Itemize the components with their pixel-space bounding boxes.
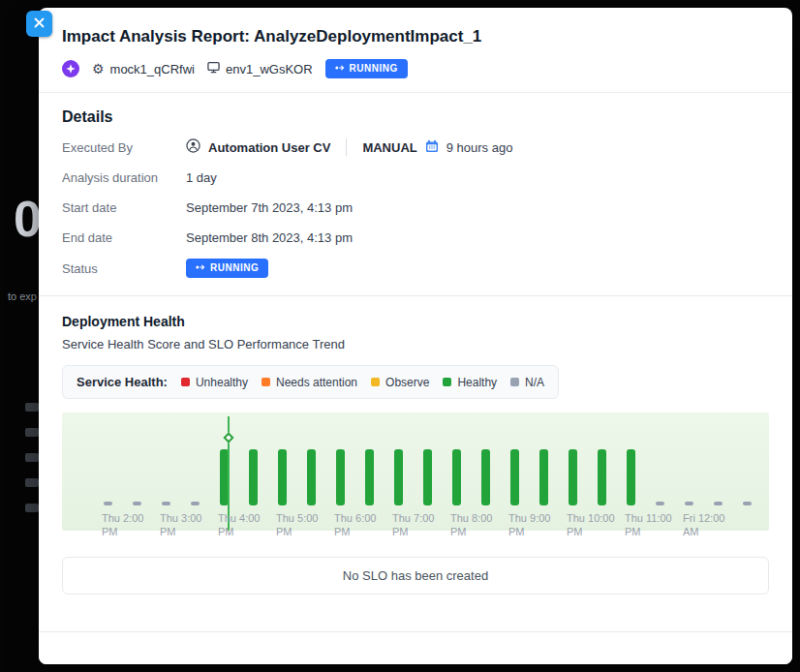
background-icon [25, 453, 39, 462]
legend-item-label: N/A [525, 376, 544, 389]
mock-service-chip[interactable]: ⚙ mock1_qCRfwi [92, 62, 195, 76]
modal-title: Impact Analysis Report: AnalyzeDeploymen… [62, 27, 769, 46]
legend-title: Service Health: [77, 375, 168, 389]
health-bar-healthy [539, 449, 548, 505]
detail-value: 1 day [186, 170, 217, 185]
health-bar-healthy [394, 449, 403, 505]
health-bar-healthy [307, 449, 316, 505]
detail-label: Status [62, 261, 186, 276]
health-bar-healthy [569, 449, 577, 505]
app-avatar-icon [62, 60, 79, 77]
calendar-icon [425, 139, 439, 156]
background-icon [25, 428, 39, 437]
details-heading: Details [62, 108, 769, 126]
health-bar-na [162, 502, 170, 505]
legend-items: UnhealthyNeeds attentionObserveHealthyN/… [181, 376, 544, 389]
health-bar-healthy [336, 449, 345, 505]
executed-time: 9 hours ago [446, 140, 513, 155]
modal-header: Impact Analysis Report: AnalyzeDeploymen… [39, 8, 792, 92]
close-icon [34, 16, 45, 31]
detail-label: Executed By [62, 140, 186, 155]
health-bar-healthy [365, 449, 374, 505]
running-icon [335, 63, 345, 75]
health-bar-healthy [598, 449, 606, 505]
status-badge: RUNNING [325, 59, 408, 78]
gear-icon: ⚙ [92, 62, 105, 76]
details-section: Details Executed By Automation User CV M… [39, 93, 792, 295]
detail-value: RUNNING [186, 259, 268, 278]
detail-value: Automation User CV MANUAL 9 hours ago [186, 138, 512, 156]
detail-label: Analysis duration [62, 170, 186, 185]
user-icon [186, 138, 200, 156]
mock-service-label: mock1_qCRfwi [110, 62, 195, 76]
legend-item: N/A [510, 376, 544, 389]
legend-item: Observe [371, 376, 429, 389]
legend-swatch-icon [181, 378, 190, 386]
health-bar-na [133, 502, 141, 505]
health-bar-na [104, 502, 112, 505]
close-button[interactable] [26, 11, 52, 37]
service-health-legend: Service Health: UnhealthyNeeds attention… [62, 365, 559, 399]
background-text-fragment: to exp [8, 290, 37, 302]
health-bar-healthy [627, 449, 635, 505]
health-bar-healthy [481, 449, 490, 505]
detail-label: End date [62, 230, 186, 245]
health-chart-plot [62, 412, 769, 531]
legend-item: Healthy [443, 376, 497, 389]
executed-by-user: Automation User CV [208, 140, 330, 155]
legend-item-label: Unhealthy [196, 376, 248, 389]
status-badge-label: RUNNING [350, 63, 398, 75]
health-bar-na [714, 502, 723, 505]
detail-row-duration: Analysis duration 1 day [62, 168, 769, 186]
health-bar-healthy [452, 449, 461, 505]
legend-item: Needs attention [262, 376, 357, 389]
health-bar-na [656, 502, 664, 505]
legend-swatch-icon [371, 378, 380, 386]
legend-swatch-icon [262, 378, 270, 386]
detail-value: September 8th 2023, 4:13 pm [186, 230, 353, 245]
health-bar-healthy [423, 449, 432, 505]
detail-value: September 7th 2023, 4:13 pm [186, 200, 353, 215]
meta-row: ⚙ mock1_qCRfwi env1_wGsKOR RUNNING [62, 59, 769, 78]
deployment-health-section: Deployment Health Service Health Score a… [39, 296, 792, 595]
monitor-icon [207, 61, 220, 76]
no-slo-message: No SLO has been created [62, 557, 769, 595]
status-badge: RUNNING [186, 259, 268, 278]
detail-row-end-date: End date September 8th 2023, 4:13 pm [62, 229, 769, 246]
deployment-health-subtitle: Service Health Score and SLO Performance… [62, 337, 769, 351]
health-chart: Thu 2:00PMThu 3:00PMThu 4:00PMThu 5:00PM… [62, 412, 769, 543]
background-metric: 0 [14, 190, 42, 248]
detail-row-executed-by: Executed By Automation User CV MANUAL 9 … [62, 138, 769, 156]
legend-item: Unhealthy [181, 376, 248, 389]
health-bar-healthy [510, 449, 519, 505]
value-divider [346, 138, 347, 156]
background-icon [25, 403, 39, 412]
legend-item-label: Healthy [457, 376, 497, 389]
environment-chip[interactable]: env1_wGsKOR [207, 61, 313, 76]
detail-label: Start date [62, 200, 186, 215]
health-bar-na [743, 502, 752, 505]
health-bar-healthy [249, 449, 258, 505]
legend-item-label: Observe [385, 376, 429, 389]
background-icon-column [25, 403, 39, 512]
impact-analysis-modal: Impact Analysis Report: AnalyzeDeploymen… [39, 8, 792, 664]
health-bar-healthy [278, 449, 287, 505]
modal-footer [39, 631, 792, 664]
background-icon [25, 478, 39, 487]
background-icon [25, 504, 39, 512]
legend-swatch-icon [443, 378, 451, 386]
legend-swatch-icon [510, 378, 519, 386]
legend-item-label: Needs attention [276, 376, 357, 389]
health-bar-na [191, 502, 200, 505]
detail-row-status: Status RUNNING [62, 259, 769, 278]
trigger-mode: MANUAL [362, 140, 416, 155]
running-icon [196, 262, 205, 274]
environment-label: env1_wGsKOR [226, 62, 313, 76]
health-bar-na [685, 502, 693, 505]
status-badge-label: RUNNING [210, 262, 259, 274]
detail-row-start-date: Start date September 7th 2023, 4:13 pm [62, 199, 769, 216]
deployment-health-heading: Deployment Health [62, 314, 769, 329]
